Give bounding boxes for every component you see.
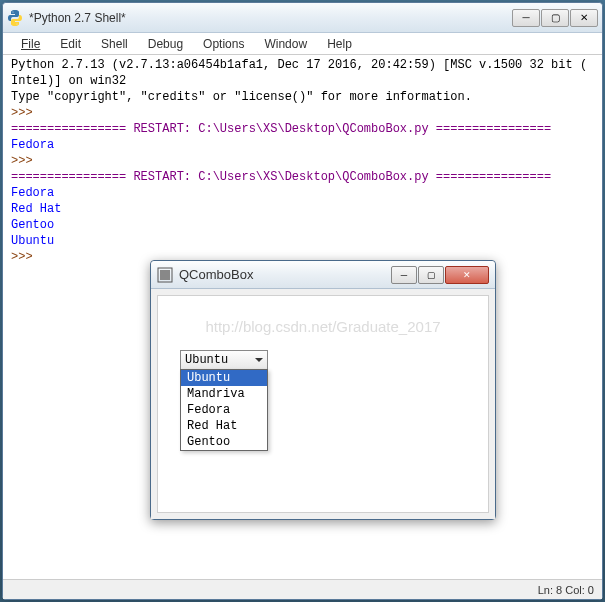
combo-option[interactable]: Mandriva (181, 386, 267, 402)
menu-window[interactable]: Window (254, 35, 317, 53)
outer-maximize-button[interactable]: ▢ (541, 9, 569, 27)
combo-option[interactable]: Gentoo (181, 434, 267, 450)
outer-titlebar[interactable]: *Python 2.7 Shell* ─ ▢ ✕ (3, 3, 602, 33)
inner-titlebar[interactable]: QComboBox ─ ▢ ✕ (151, 261, 495, 289)
chevron-down-icon (255, 358, 263, 362)
inner-minimize-button[interactable]: ─ (391, 266, 417, 284)
combo-option[interactable]: Fedora (181, 402, 267, 418)
menu-options[interactable]: Options (193, 35, 254, 53)
inner-window-buttons: ─ ▢ ✕ (391, 266, 489, 284)
minimize-icon: ─ (522, 12, 529, 23)
inner-maximize-button[interactable]: ▢ (418, 266, 444, 284)
console-output-line: Fedora (11, 137, 594, 153)
console-output-line: Ubuntu (11, 233, 594, 249)
maximize-icon: ▢ (551, 12, 560, 23)
console-header-line: Type "copyright", "credits" or "license(… (11, 89, 594, 105)
combobox-selected-text: Ubuntu (185, 353, 255, 367)
console-restart-line: ================ RESTART: C:\Users\XS\De… (11, 169, 594, 185)
maximize-icon: ▢ (427, 270, 436, 280)
menu-help[interactable]: Help (317, 35, 362, 53)
outer-minimize-button[interactable]: ─ (512, 9, 540, 27)
inner-panel: http://blog.csdn.net/Graduate_2017 Ubunt… (157, 295, 489, 513)
outer-window-buttons: ─ ▢ ✕ (512, 9, 598, 27)
inner-window-title: QComboBox (179, 267, 391, 282)
python-icon (7, 10, 23, 26)
close-icon: ✕ (463, 270, 471, 280)
minimize-icon: ─ (401, 270, 407, 280)
combobox: Ubuntu Ubuntu Mandriva Fedora Red Hat Ge… (180, 350, 268, 451)
menu-edit[interactable]: Edit (50, 35, 91, 53)
svg-rect-1 (160, 270, 170, 280)
inner-close-button[interactable]: ✕ (445, 266, 489, 284)
app-icon (157, 267, 173, 283)
outer-close-button[interactable]: ✕ (570, 9, 598, 27)
menu-file[interactable]: File (11, 35, 50, 53)
console-header-line: Python 2.7.13 (v2.7.13:a06454b1afa1, Dec… (11, 57, 594, 73)
console-prompt: >>> (11, 105, 594, 121)
combobox-dropdown: Ubuntu Mandriva Fedora Red Hat Gentoo (180, 369, 268, 451)
console-prompt: >>> (11, 153, 594, 169)
console-restart-line: ================ RESTART: C:\Users\XS\De… (11, 121, 594, 137)
menubar: File Edit Shell Debug Options Window Hel… (3, 33, 602, 55)
menu-shell[interactable]: Shell (91, 35, 138, 53)
combobox-display[interactable]: Ubuntu (180, 350, 268, 370)
combo-option[interactable]: Red Hat (181, 418, 267, 434)
status-position: Ln: 8 Col: 0 (538, 584, 594, 596)
combo-option[interactable]: Ubuntu (181, 370, 267, 386)
console-output-line: Red Hat (11, 201, 594, 217)
statusbar: Ln: 8 Col: 0 (3, 579, 602, 599)
inner-content: http://blog.csdn.net/Graduate_2017 Ubunt… (151, 289, 495, 519)
menu-debug[interactable]: Debug (138, 35, 193, 53)
console-output-line: Gentoo (11, 217, 594, 233)
console-header-line: Intel)] on win32 (11, 73, 594, 89)
outer-window-title: *Python 2.7 Shell* (29, 11, 512, 25)
close-icon: ✕ (580, 12, 588, 23)
console-output-line: Fedora (11, 185, 594, 201)
qcombobox-window: QComboBox ─ ▢ ✕ http://blog.csdn.net/Gra… (150, 260, 496, 520)
watermark-text: http://blog.csdn.net/Graduate_2017 (205, 318, 440, 335)
